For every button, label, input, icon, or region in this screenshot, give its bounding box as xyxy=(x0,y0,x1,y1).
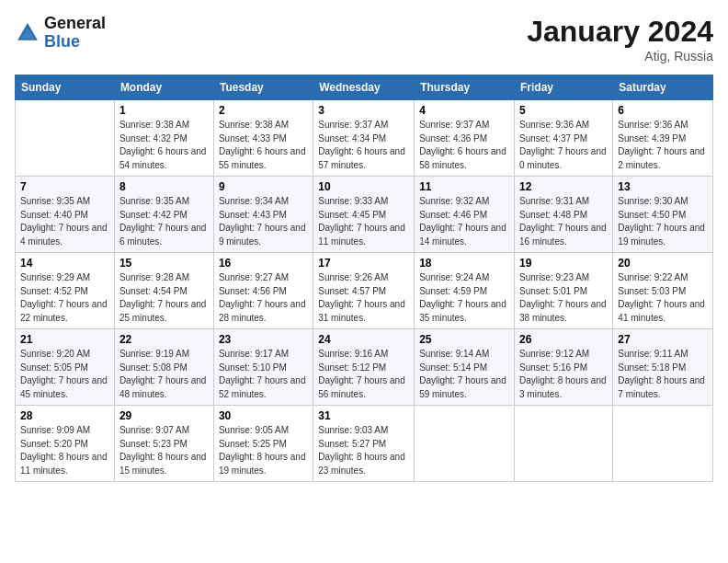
day-number: 16 xyxy=(219,257,308,270)
day-number: 26 xyxy=(519,333,608,346)
day-number: 17 xyxy=(318,257,409,270)
day-number: 29 xyxy=(119,409,209,422)
calendar-cell: 7Sunrise: 9:35 AM Sunset: 4:40 PM Daylig… xyxy=(16,177,115,253)
location-subtitle: Atig, Russia xyxy=(527,49,713,63)
day-number: 2 xyxy=(219,104,308,117)
calendar-cell: 15Sunrise: 9:28 AM Sunset: 4:54 PM Dayli… xyxy=(114,253,213,329)
day-number: 30 xyxy=(219,409,308,422)
calendar-cell: 22Sunrise: 9:19 AM Sunset: 5:08 PM Dayli… xyxy=(114,329,213,406)
weekday-header-tuesday: Tuesday xyxy=(213,75,313,100)
weekday-header-friday: Friday xyxy=(515,75,613,100)
day-number: 11 xyxy=(419,180,509,193)
day-info: Sunrise: 9:37 AM Sunset: 4:34 PM Dayligh… xyxy=(318,119,409,172)
day-number: 23 xyxy=(219,333,308,346)
day-number: 21 xyxy=(20,333,109,346)
day-number: 9 xyxy=(219,180,308,193)
day-info: Sunrise: 9:36 AM Sunset: 4:39 PM Dayligh… xyxy=(618,119,708,172)
logo-icon xyxy=(15,20,40,46)
weekday-header-thursday: Thursday xyxy=(415,75,515,100)
day-number: 3 xyxy=(318,104,409,117)
calendar-cell: 13Sunrise: 9:30 AM Sunset: 4:50 PM Dayli… xyxy=(613,177,713,253)
day-info: Sunrise: 9:36 AM Sunset: 4:37 PM Dayligh… xyxy=(519,119,608,172)
day-number: 18 xyxy=(419,257,509,270)
calendar-cell xyxy=(415,406,515,482)
day-info: Sunrise: 9:35 AM Sunset: 4:40 PM Dayligh… xyxy=(20,195,109,248)
day-info: Sunrise: 9:17 AM Sunset: 5:10 PM Dayligh… xyxy=(219,348,308,401)
day-info: Sunrise: 9:35 AM Sunset: 4:42 PM Dayligh… xyxy=(119,195,209,248)
day-number: 20 xyxy=(618,257,708,270)
day-number: 28 xyxy=(20,409,109,422)
calendar-cell: 19Sunrise: 9:23 AM Sunset: 5:01 PM Dayli… xyxy=(515,253,613,329)
calendar-cell: 6Sunrise: 9:36 AM Sunset: 4:39 PM Daylig… xyxy=(613,100,713,177)
page-header: General Blue January 2024 Atig, Russia xyxy=(15,15,713,63)
calendar-cell: 8Sunrise: 9:35 AM Sunset: 4:42 PM Daylig… xyxy=(114,177,213,253)
day-number: 6 xyxy=(618,104,708,117)
calendar-cell: 11Sunrise: 9:32 AM Sunset: 4:46 PM Dayli… xyxy=(415,177,515,253)
day-number: 4 xyxy=(419,104,509,117)
calendar-week-4: 21Sunrise: 9:20 AM Sunset: 5:05 PM Dayli… xyxy=(16,329,713,406)
day-info: Sunrise: 9:20 AM Sunset: 5:05 PM Dayligh… xyxy=(20,348,109,401)
calendar-cell: 25Sunrise: 9:14 AM Sunset: 5:14 PM Dayli… xyxy=(415,329,515,406)
day-number: 8 xyxy=(119,180,209,193)
day-info: Sunrise: 9:09 AM Sunset: 5:20 PM Dayligh… xyxy=(20,424,109,477)
day-number: 5 xyxy=(519,104,608,117)
calendar-cell: 17Sunrise: 9:26 AM Sunset: 4:57 PM Dayli… xyxy=(313,253,415,329)
calendar-table: SundayMondayTuesdayWednesdayThursdayFrid… xyxy=(15,75,713,482)
weekday-header-row: SundayMondayTuesdayWednesdayThursdayFrid… xyxy=(16,75,713,100)
day-number: 22 xyxy=(119,333,209,346)
day-number: 27 xyxy=(618,333,708,346)
day-info: Sunrise: 9:29 AM Sunset: 4:52 PM Dayligh… xyxy=(20,271,109,325)
day-info: Sunrise: 9:05 AM Sunset: 5:25 PM Dayligh… xyxy=(219,424,308,477)
day-info: Sunrise: 9:23 AM Sunset: 5:01 PM Dayligh… xyxy=(519,271,608,325)
day-info: Sunrise: 9:38 AM Sunset: 4:32 PM Dayligh… xyxy=(119,119,209,172)
calendar-cell: 2Sunrise: 9:38 AM Sunset: 4:33 PM Daylig… xyxy=(213,100,313,177)
calendar-cell: 20Sunrise: 9:22 AM Sunset: 5:03 PM Dayli… xyxy=(613,253,713,329)
day-info: Sunrise: 9:28 AM Sunset: 4:54 PM Dayligh… xyxy=(119,271,209,325)
day-info: Sunrise: 9:22 AM Sunset: 5:03 PM Dayligh… xyxy=(618,271,708,325)
day-info: Sunrise: 9:11 AM Sunset: 5:18 PM Dayligh… xyxy=(618,348,708,401)
calendar-cell xyxy=(515,406,613,482)
calendar-cell: 4Sunrise: 9:37 AM Sunset: 4:36 PM Daylig… xyxy=(415,100,515,177)
day-number: 25 xyxy=(419,333,509,346)
calendar-cell xyxy=(16,100,115,177)
day-info: Sunrise: 9:34 AM Sunset: 4:43 PM Dayligh… xyxy=(219,195,308,248)
day-info: Sunrise: 9:38 AM Sunset: 4:33 PM Dayligh… xyxy=(219,119,308,172)
day-number: 14 xyxy=(20,257,109,270)
calendar-cell: 23Sunrise: 9:17 AM Sunset: 5:10 PM Dayli… xyxy=(213,329,313,406)
day-number: 19 xyxy=(519,257,608,270)
month-title: January 2024 xyxy=(527,15,713,49)
weekday-header-wednesday: Wednesday xyxy=(313,75,415,100)
weekday-header-saturday: Saturday xyxy=(613,75,713,100)
day-info: Sunrise: 9:14 AM Sunset: 5:14 PM Dayligh… xyxy=(419,348,509,401)
day-info: Sunrise: 9:30 AM Sunset: 4:50 PM Dayligh… xyxy=(618,195,708,248)
day-number: 13 xyxy=(618,180,708,193)
calendar-cell: 29Sunrise: 9:07 AM Sunset: 5:23 PM Dayli… xyxy=(114,406,213,482)
calendar-cell: 18Sunrise: 9:24 AM Sunset: 4:59 PM Dayli… xyxy=(415,253,515,329)
day-info: Sunrise: 9:37 AM Sunset: 4:36 PM Dayligh… xyxy=(419,119,509,172)
logo-line1: General xyxy=(44,15,106,33)
calendar-cell: 28Sunrise: 9:09 AM Sunset: 5:20 PM Dayli… xyxy=(16,406,115,482)
calendar-cell: 21Sunrise: 9:20 AM Sunset: 5:05 PM Dayli… xyxy=(16,329,115,406)
calendar-week-1: 1Sunrise: 9:38 AM Sunset: 4:32 PM Daylig… xyxy=(16,100,713,177)
day-info: Sunrise: 9:19 AM Sunset: 5:08 PM Dayligh… xyxy=(119,348,209,401)
calendar-cell: 26Sunrise: 9:12 AM Sunset: 5:16 PM Dayli… xyxy=(515,329,613,406)
calendar-cell: 3Sunrise: 9:37 AM Sunset: 4:34 PM Daylig… xyxy=(313,100,415,177)
day-number: 10 xyxy=(318,180,409,193)
day-info: Sunrise: 9:32 AM Sunset: 4:46 PM Dayligh… xyxy=(419,195,509,248)
day-number: 31 xyxy=(318,409,409,422)
day-info: Sunrise: 9:03 AM Sunset: 5:27 PM Dayligh… xyxy=(318,424,409,477)
calendar-header: SundayMondayTuesdayWednesdayThursdayFrid… xyxy=(16,75,713,100)
logo-line2: Blue xyxy=(44,33,106,52)
day-info: Sunrise: 9:33 AM Sunset: 4:45 PM Dayligh… xyxy=(318,195,409,248)
calendar-cell: 27Sunrise: 9:11 AM Sunset: 5:18 PM Dayli… xyxy=(613,329,713,406)
calendar-cell: 12Sunrise: 9:31 AM Sunset: 4:48 PM Dayli… xyxy=(515,177,613,253)
logo: General Blue xyxy=(15,15,106,52)
calendar-cell: 9Sunrise: 9:34 AM Sunset: 4:43 PM Daylig… xyxy=(213,177,313,253)
calendar-cell: 1Sunrise: 9:38 AM Sunset: 4:32 PM Daylig… xyxy=(114,100,213,177)
day-number: 1 xyxy=(119,104,209,117)
weekday-header-sunday: Sunday xyxy=(16,75,115,100)
day-info: Sunrise: 9:12 AM Sunset: 5:16 PM Dayligh… xyxy=(519,348,608,401)
day-info: Sunrise: 9:31 AM Sunset: 4:48 PM Dayligh… xyxy=(519,195,608,248)
calendar-cell: 24Sunrise: 9:16 AM Sunset: 5:12 PM Dayli… xyxy=(313,329,415,406)
calendar-cell: 31Sunrise: 9:03 AM Sunset: 5:27 PM Dayli… xyxy=(313,406,415,482)
